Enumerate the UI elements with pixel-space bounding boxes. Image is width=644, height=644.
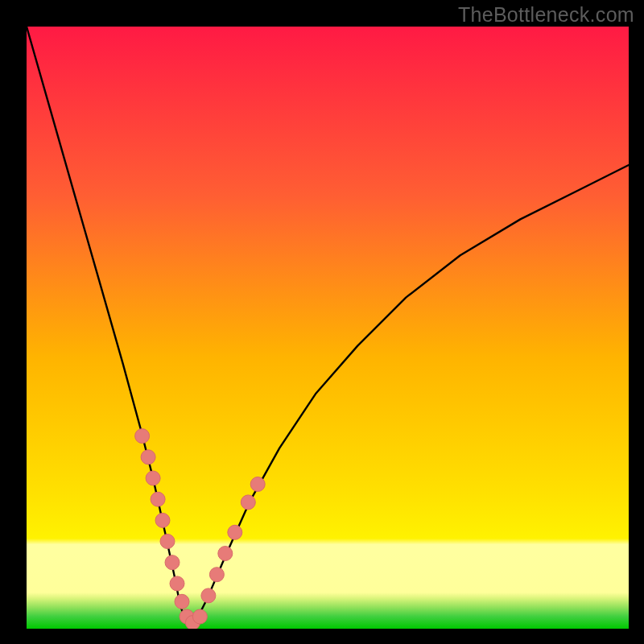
highlight-dot (170, 576, 184, 591)
gradient-background (27, 27, 629, 629)
highlight-dot (218, 547, 233, 561)
highlight-dot (250, 477, 265, 492)
outer-frame: TheBottleneck.com (0, 0, 644, 644)
highlight-dot (209, 568, 224, 582)
highlight-dot (155, 513, 170, 527)
highlight-dot (151, 492, 165, 506)
highlight-dot (175, 594, 189, 609)
highlight-dot (201, 588, 216, 603)
highlight-dot (135, 429, 150, 444)
highlight-dot (192, 609, 207, 624)
highlight-dot (146, 471, 160, 485)
chart-svg (27, 27, 629, 629)
highlight-dot (160, 535, 175, 549)
highlight-dot (141, 450, 155, 464)
highlight-dot (165, 555, 180, 570)
watermark-text: TheBottleneck.com (458, 3, 634, 27)
highlight-dot (228, 525, 242, 539)
highlight-dot (241, 495, 255, 510)
chart-plot-area (27, 27, 629, 629)
